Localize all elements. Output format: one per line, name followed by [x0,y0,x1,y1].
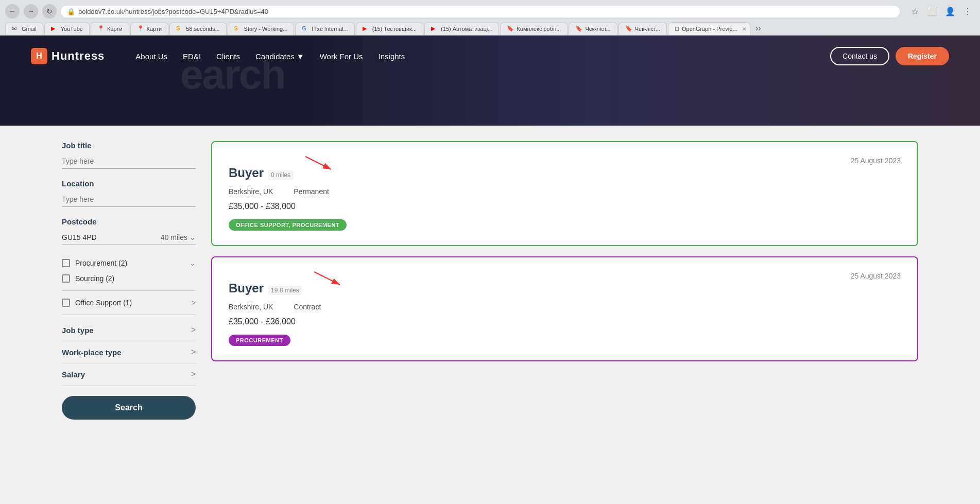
tab-maps2-label: Карти [147,26,162,32]
job-salary-2: £35,000 - £36,000 [229,317,901,326]
job-card-2[interactable]: Buyer 19.8 miles 25 August 202 [211,256,918,361]
tab-yt1[interactable]: ▶ (15) Тестовщик... [356,22,423,35]
bookmark-star-button[interactable]: ☆ [908,4,922,19]
divider-1 [62,290,196,291]
tab-complex[interactable]: 🔖 Комплекс робіт... [500,22,568,35]
contact-us-button[interactable]: Contact us [830,47,889,65]
checklist2-favicon: 🔖 [625,25,632,32]
opengraph-favicon: ◻ [675,25,679,32]
procurement-chevron-icon: ⌄ [190,259,196,267]
main-content: Job title Location Postcode 40 miles ⌄ [0,126,980,496]
logo-name: Huntress [51,49,105,63]
tab-checklist2[interactable]: 🔖 Чек-лiст... [618,22,667,35]
tab-opengraph[interactable]: ◻ OpenGraph - Previe... ✕ [668,22,750,35]
workplace-chevron-icon: > [191,347,196,357]
job-meta-2: Berkshire, UK Contract [229,303,901,311]
workplace-type-filter-row[interactable]: Work-place type > [62,341,196,363]
youtube-favicon: ▶ [51,25,58,32]
procurement-checkbox-left: Procurement (2) [62,259,127,267]
location-input[interactable] [62,192,196,207]
itxe-favicon: G [302,25,309,32]
job-type-filter-row[interactable]: Job type > [62,319,196,341]
tab-58s[interactable]: S 58 seconds... [169,22,226,35]
lock-icon: 🔒 [67,8,75,15]
office-support-checkbox[interactable] [62,299,70,307]
tab-checklist1[interactable]: 🔖 Чек-лiст... [569,22,617,35]
back-button[interactable]: ← [5,4,20,19]
sourcing-label: Sourcing (2) [75,274,114,283]
tab-itxe[interactable]: G ITxe Internal... [295,22,354,35]
tab-gmail[interactable]: ✉ Gmail [5,22,43,35]
svg-line-1 [305,157,331,169]
location-label: Location [62,179,196,188]
search-button[interactable]: Search [62,396,196,420]
yt1-favicon: ▶ [363,25,370,32]
tab-yt2[interactable]: ▶ (15) Автоматизаці... [424,22,499,35]
tab-story-label: Story - Working... [244,26,288,32]
location-section: Location [62,179,196,207]
postcode-label: Postcode [62,217,196,226]
forward-button[interactable]: → [24,4,38,19]
svg-line-3 [314,272,340,285]
more-tabs-button[interactable]: ›› [751,22,765,35]
logo-icon: H [31,48,47,64]
workplace-type-filter-label: Work-place type [62,348,122,357]
sourcing-checkbox-left: Sourcing (2) [62,274,114,283]
tab-opengraph-label: OpenGraph - Previe... [682,26,737,32]
nav-about-us[interactable]: About Us [135,52,167,61]
hero-section: earch H Huntress About Us ED&I Clients [0,36,980,126]
nav-actions: Contact us Register [830,47,949,65]
58s-favicon: S [176,25,183,32]
tab-youtube[interactable]: ▶ YouTube [44,22,90,35]
sourcing-checkbox[interactable] [62,274,70,283]
job-salary-1: £35,000 - £38,000 [229,202,901,211]
gmail-favicon: ✉ [12,25,19,32]
jobs-panel: Buyer 0 miles 25 August 2023 [211,141,918,481]
job-tags-2: PROCUREMENT [229,335,901,346]
nav-insights[interactable]: Insights [379,52,405,61]
navbar: H Huntress About Us ED&I Clients Candida… [0,36,980,77]
office-support-checkbox-item[interactable]: Office Support (1) > [62,295,196,310]
reload-button[interactable]: ↻ [42,4,57,19]
salary-filter-row[interactable]: Salary > [62,363,196,386]
tab-complex-label: Комплекс робіт... [517,26,561,32]
nav-work-for-us[interactable]: Work For Us [320,52,363,61]
job-title-1: Buyer [229,166,264,180]
office-support-checkbox-left: Office Support (1) [62,299,132,307]
miles-selector[interactable]: 40 miles ⌄ [161,233,196,241]
tab-maps2[interactable]: 📍 Карти [130,22,169,35]
register-button[interactable]: Register [896,47,949,65]
nav-edi[interactable]: ED&I [183,52,201,61]
maps-favicon-1: 📍 [97,25,105,32]
complex-favicon: 🔖 [507,25,514,32]
arrow-annotation-1 [300,154,341,175]
salary-filter-label: Salary [62,370,85,379]
nav-candidates[interactable]: Candidates ▼ [255,52,304,61]
nav-clients[interactable]: Clients [216,52,240,61]
browser-chrome: ← → ↻ 🔒 bolddev7.co.uk/huntress/jobs?pos… [0,0,980,36]
logo[interactable]: H Huntress [31,48,105,64]
story-favicon: S [234,25,242,32]
tab-itxe-label: ITxe Internal... [312,26,348,32]
procurement-checkbox-item[interactable]: Procurement (2) ⌄ [62,255,196,271]
postcode-input[interactable] [62,233,124,241]
procurement-checkbox[interactable] [62,259,70,267]
job-date-2: 25 August 2023 [851,272,901,280]
job-title-2: Buyer [229,281,264,296]
job-title-input[interactable] [62,154,196,169]
menu-button[interactable]: ⋮ [960,4,975,19]
job-card-1[interactable]: Buyer 0 miles 25 August 2023 [211,141,918,246]
address-bar[interactable]: 🔒 bolddev7.co.uk/huntress/jobs?postcode=… [61,6,900,18]
job-title-row-1: Buyer 0 miles [229,157,339,180]
extensions-button[interactable]: ⬜ [925,4,940,19]
tab-checklist1-label: Чек-лiст... [585,26,610,32]
postcode-row: 40 miles ⌄ [62,230,196,245]
tab-close-icon[interactable]: ✕ [742,26,746,32]
profile-button[interactable]: 👤 [943,4,957,19]
job-type-chevron-icon: > [191,325,196,335]
tab-story[interactable]: S Story - Working... [228,22,295,35]
sourcing-checkbox-item[interactable]: Sourcing (2) [62,271,196,286]
office-support-section: Office Support (1) > [62,295,196,310]
job-date-1: 25 August 2023 [851,157,901,165]
tab-maps1[interactable]: 📍 Карти [91,22,129,35]
